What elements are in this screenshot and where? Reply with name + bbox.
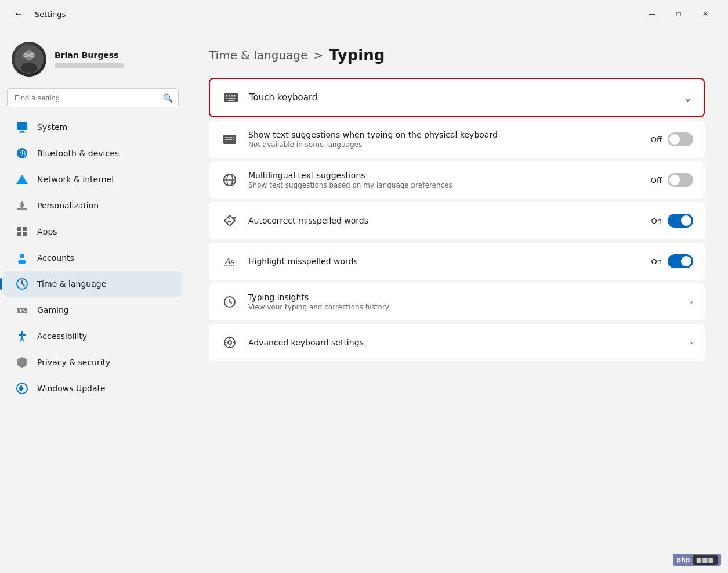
advanced-keyboard-card: Advanced keyboard settings › [209, 324, 705, 361]
svg-rect-17 [17, 232, 21, 236]
svg-rect-45 [225, 137, 227, 138]
privacy-icon [15, 355, 29, 369]
chevron-right-icon: › [690, 297, 693, 307]
breadcrumb: Time & language > Typing [209, 46, 705, 64]
text-suggestions-text: Show text suggestions when typing on the… [248, 130, 642, 149]
typing-insights-desc: View your typing and corrections history [248, 303, 680, 311]
sidebar: Brian Burgess 🔍 System [0, 28, 186, 573]
update-icon [15, 381, 29, 395]
svg-rect-49 [225, 139, 227, 140]
autocorrect-toggle[interactable] [668, 214, 693, 228]
sidebar-item-accessibility[interactable]: Accessibility [3, 323, 182, 349]
search-input[interactable] [7, 88, 179, 107]
touch-keyboard-chevron: ⌄ [683, 92, 692, 104]
advanced-keyboard-title: Advanced keyboard settings [248, 338, 680, 347]
svg-text:A: A [230, 181, 234, 186]
sidebar-item-label-privacy: Privacy & security [37, 358, 110, 367]
multilingual-text: Multilingual text suggestions Show text … [248, 171, 642, 189]
typing-insights-title: Typing insights [248, 293, 680, 302]
svg-point-28 [24, 311, 26, 312]
close-button[interactable]: ✕ [692, 5, 719, 23]
sidebar-item-system[interactable]: System [3, 114, 182, 140]
svg-rect-18 [23, 232, 27, 236]
avatar-image [15, 45, 44, 74]
sidebar-item-time[interactable]: Time & language [3, 271, 182, 297]
multilingual-toggle[interactable] [668, 173, 693, 187]
advanced-keyboard-icon [220, 333, 239, 352]
svg-rect-47 [230, 137, 232, 138]
sidebar-item-label-time: Time & language [37, 279, 106, 289]
sidebar-item-privacy[interactable]: Privacy & security [3, 349, 182, 375]
svg-point-20 [18, 260, 26, 264]
text-suggestions-card: Show text suggestions when typing on the… [209, 121, 705, 158]
maximize-button[interactable]: □ [665, 5, 692, 23]
svg-point-2 [21, 63, 37, 73]
typing-insights-icon [220, 293, 239, 311]
multilingual-row: A Multilingual text suggestions Show tex… [209, 161, 705, 199]
toggle-thumb-autocorrect [681, 215, 691, 226]
svg-rect-41 [229, 98, 233, 99]
avatar [12, 42, 46, 77]
highlight-text: Highlight misspelled words [248, 257, 642, 266]
sidebar-item-label-network: Network & internet [37, 175, 115, 184]
svg-rect-50 [227, 139, 232, 140]
svg-text:A: A [227, 218, 231, 224]
time-icon [15, 277, 29, 291]
sidebar-item-label-personalization: Personalization [37, 201, 99, 210]
svg-rect-46 [228, 137, 230, 138]
sidebar-nav: System ℬ Bluetooth & devices Network & i… [0, 114, 186, 401]
user-profile: Brian Burgess [0, 33, 186, 88]
text-suggestions-control: Off [651, 132, 693, 146]
autocorrect-control: On [651, 214, 693, 228]
highlight-row: AA Highlight misspelled words On [209, 243, 705, 280]
sidebar-item-personalization[interactable]: Personalization [3, 193, 182, 218]
multilingual-title: Multilingual text suggestions [248, 171, 642, 180]
multilingual-control: Off [651, 173, 693, 187]
typing-insights-arrow: › [690, 297, 693, 307]
text-suggestions-toggle[interactable] [668, 132, 693, 146]
autocorrect-row: A Autocorrect misspelled words On [209, 202, 705, 239]
svg-rect-38 [231, 95, 233, 97]
minimize-button[interactable]: — [639, 5, 665, 23]
sidebar-item-bluetooth[interactable]: ℬ Bluetooth & devices [3, 140, 182, 166]
text-suggestions-title: Show text suggestions when typing on the… [248, 130, 642, 139]
svg-rect-43 [228, 100, 234, 101]
system-icon [15, 120, 29, 134]
chevron-right-icon-2: › [690, 338, 693, 347]
breadcrumb-parent: Time & language [209, 48, 307, 62]
apps-icon [15, 225, 29, 239]
svg-rect-37 [229, 95, 230, 97]
typing-insights-card: Typing insights View your typing and cor… [209, 283, 705, 320]
highlight-toggle[interactable] [668, 254, 693, 268]
multilingual-card: A Multilingual text suggestions Show tex… [209, 161, 705, 199]
touch-keyboard-row[interactable]: Touch keyboard ⌄ [210, 79, 704, 116]
svg-point-29 [21, 331, 23, 333]
sidebar-item-apps[interactable]: Apps [3, 219, 182, 244]
user-name: Brian Burgess [55, 51, 124, 60]
sidebar-item-label-gaming: Gaming [37, 305, 69, 315]
sidebar-item-network[interactable]: Network & internet [3, 167, 182, 192]
multilingual-toggle-label: Off [651, 176, 662, 185]
highlight-title: Highlight misspelled words [248, 257, 642, 266]
advanced-keyboard-text: Advanced keyboard settings [248, 338, 680, 347]
sidebar-item-label-bluetooth: Bluetooth & devices [37, 149, 119, 158]
svg-point-63 [228, 341, 231, 344]
autocorrect-toggle-label: On [651, 217, 662, 225]
touch-keyboard-label: Touch keyboard [249, 92, 674, 103]
text-suggestions-toggle-label: Off [651, 135, 662, 144]
highlight-toggle-label: On [651, 257, 662, 266]
sidebar-item-update[interactable]: Windows Update [3, 376, 182, 401]
main-content: Time & language > Typing Touch keyboard … [186, 28, 728, 573]
sidebar-item-label-accessibility: Accessibility [37, 331, 87, 341]
sidebar-item-accounts[interactable]: Accounts [3, 245, 182, 271]
advanced-keyboard-row[interactable]: Advanced keyboard settings › [209, 324, 705, 361]
svg-rect-40 [226, 98, 227, 99]
autocorrect-icon: A [220, 211, 239, 230]
titlebar-left: ← Settings [9, 6, 66, 21]
sidebar-item-gaming[interactable]: Gaming [3, 297, 182, 323]
typing-insights-row[interactable]: Typing insights View your typing and cor… [209, 283, 705, 320]
svg-rect-7 [20, 131, 24, 132]
back-button[interactable]: ← [9, 6, 28, 21]
svg-point-19 [20, 254, 24, 258]
content-area: Brian Burgess 🔍 System [0, 28, 728, 573]
